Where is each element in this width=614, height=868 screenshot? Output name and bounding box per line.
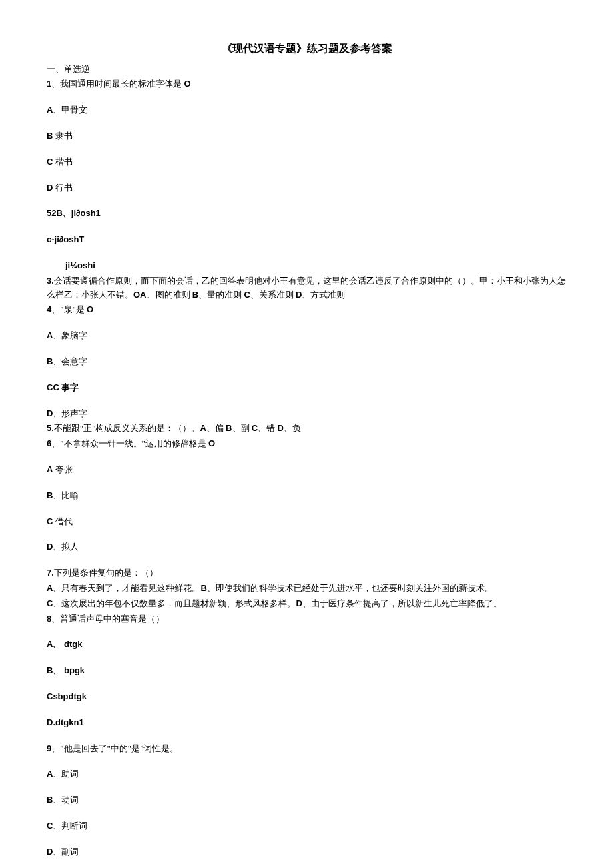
section-heading: 一、单选逆	[47, 63, 567, 77]
q7-c: C	[47, 598, 53, 608]
label-b: B	[47, 131, 53, 141]
opt-text: 借代	[53, 516, 72, 526]
q1-text: 、我国通用时间最长的标准字体是	[51, 79, 184, 89]
q6-opt-b: B、比喻	[47, 489, 567, 503]
label-c: C	[47, 516, 53, 526]
q4-stem: 4、"泉"是 O	[47, 303, 567, 317]
label-a: A	[47, 464, 53, 474]
q7-num: 7.	[47, 568, 54, 578]
opt-text: 、动词	[53, 795, 79, 805]
q7-text: 下列是条件复句的是：（）	[54, 568, 158, 578]
q3-b: B	[192, 290, 198, 300]
opt-text: 、会意字	[53, 356, 87, 366]
q4-opt-a: A、象脑字	[47, 329, 567, 343]
q8-opt-c: Csbpdtgk	[47, 690, 567, 704]
label-d: D	[47, 542, 53, 552]
q5-atext: 、偏	[206, 423, 226, 433]
q6-end: O	[208, 438, 215, 448]
q5-text: 不能跟"正"构成反义关系的是：（）。	[54, 423, 200, 433]
label-b: B	[47, 490, 53, 500]
q1-opt-d: D 行书	[47, 181, 567, 195]
q9-opt-c: C、判断词	[47, 819, 567, 833]
q9-opt-b: B、动词	[47, 793, 567, 807]
q9-opt-d: D、副词	[47, 845, 567, 859]
q7-d: D	[296, 598, 302, 608]
label-b: B	[47, 356, 53, 366]
q6-opt-d: D、拟人	[47, 540, 567, 554]
q8-stem: 8、普通话声母中的塞音是（）	[47, 612, 567, 626]
q7-a: A	[47, 583, 53, 593]
q3-dtext: 、方式准则	[302, 290, 345, 300]
q7-dtext: 、由于医疗条件提高了，所以新生儿死亡率降低了。	[302, 598, 502, 608]
label-d: D	[47, 847, 53, 857]
q2-line1: 52B、ji∂osh1	[47, 207, 567, 221]
opt-text: 夸张	[53, 464, 72, 474]
q9-text: 、"他是回去了"中的"是"词性是。	[51, 743, 178, 753]
q8-opt-b: B、 bpgk	[47, 664, 567, 678]
q5-stem: 5.不能跟"正"构成反义关系的是：（）。A、偏 B、副 C、错 D、负	[47, 422, 567, 436]
opt-text: 、比喻	[53, 490, 79, 500]
opt-text: 行书	[53, 183, 72, 193]
opt-text: 事字	[59, 382, 79, 392]
label-c: C	[47, 821, 53, 831]
q7-b: B	[200, 583, 206, 593]
q5-ctext: 、错	[258, 423, 277, 433]
q6-stem: 6、"不拿群众一针一线。"运用的修辞格是 O	[47, 437, 567, 451]
q3-stem: 3.会话要遵循合作原则，而下面的会话，乙的回答表明他对小王有意见，这里的会话乙违…	[47, 274, 567, 302]
q6-text: 、"不拿群众一针一线。"运用的修辞格是	[51, 438, 208, 448]
label-a: A	[47, 639, 53, 649]
opt-text: 隶书	[53, 131, 72, 141]
opt-text: 、判断词	[53, 821, 87, 831]
q4-opt-d: D、形声字	[47, 407, 567, 421]
q1-opt-a: A、甲骨文	[47, 103, 567, 117]
q3-num: 3.	[47, 276, 54, 286]
opt-text: 、形声字	[53, 408, 87, 418]
q5-a: A	[200, 423, 206, 433]
opt-text: 、 dtgk	[53, 639, 82, 649]
q7-opts-row1: A、只有春天到了，才能看见这种鲜花。B、即使我们的科学技术已经处于先进水平，也还…	[47, 582, 567, 596]
q8-opt-d: D.dtgkn1	[47, 716, 567, 730]
opt-text: 楷书	[53, 157, 72, 167]
q7-stem: 7.下列是条件复句的是：（）	[47, 566, 567, 580]
q9-opt-a: A、助词	[47, 767, 567, 781]
q6-opt-a: A 夸张	[47, 463, 567, 477]
label-c: CC	[47, 382, 59, 392]
q5-num: 5.	[47, 423, 54, 433]
q3-btext: 、量的准则	[198, 290, 244, 300]
q9-stem: 9、"他是回去了"中的"是"词性是。	[47, 742, 567, 756]
q3-oa: OA	[133, 290, 147, 300]
label-b: B	[47, 665, 53, 675]
label-c: C	[47, 157, 53, 167]
opt-text: 、象脑字	[53, 330, 87, 340]
label-b: B	[47, 795, 53, 805]
q4-text: 、"泉"是	[51, 304, 87, 314]
q6-opt-c: C 借代	[47, 515, 567, 529]
opt-text: 、助词	[53, 769, 79, 779]
q1-end: O	[184, 79, 190, 89]
q1-opt-b: B 隶书	[47, 129, 567, 143]
q7-btext: 、即使我们的科学技术已经处于先进水平，也还要时刻关注外国的新技术。	[207, 583, 493, 593]
label-d: D	[47, 183, 53, 193]
q2-line3: ji¼oshi	[47, 259, 567, 273]
label-a: A	[47, 105, 53, 115]
q2-line2: c-ji∂oshT	[47, 233, 567, 247]
q8-text: 、普通话声母中的塞音是（）	[51, 614, 164, 624]
opt-text: 、甲骨文	[53, 105, 87, 115]
q4-opt-b: B、会意字	[47, 355, 567, 369]
label-d: D	[47, 408, 53, 418]
q3-atext: 、图的准则	[147, 290, 192, 300]
q5-d: D	[277, 423, 283, 433]
q5-c: C	[252, 423, 258, 433]
q3-c: C	[244, 290, 250, 300]
q7-ctext: 、这次展出的年包不仅数量多，而且题材新颖、形式风格多样。	[53, 598, 296, 608]
q7-opts-row2: C、这次展出的年包不仅数量多，而且题材新颖、形式风格多样。D、由于医疗条件提高了…	[47, 597, 567, 611]
q5-b: B	[226, 423, 232, 433]
q3-d: D	[296, 290, 302, 300]
q1-opt-c: C 楷书	[47, 155, 567, 169]
q5-dtext: 、负	[284, 423, 301, 433]
opt-text: 、拟人	[53, 542, 79, 552]
q7-atext: 、只有春天到了，才能看见这种鲜花。	[53, 583, 200, 593]
q4-end: O	[87, 304, 93, 314]
label-a: A	[47, 769, 53, 779]
q8-opt-a: A、 dtgk	[47, 638, 567, 652]
